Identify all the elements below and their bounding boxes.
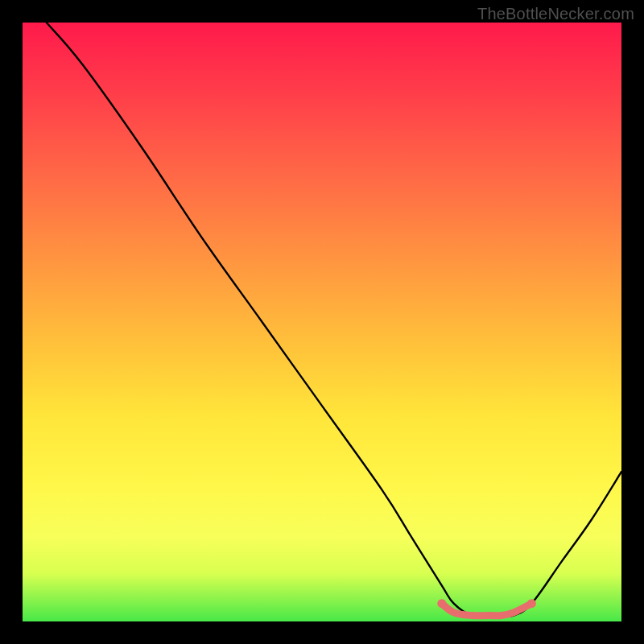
flat-endpoint-dot: [437, 599, 446, 608]
chart-stage: TheBottleNecker.com: [0, 0, 644, 644]
flat-region-highlight: [442, 604, 532, 616]
curve-layer: [23, 23, 621, 621]
flat-region-dots: [437, 599, 536, 608]
bottleneck-curve: [47, 23, 621, 617]
flat-endpoint-dot: [527, 599, 536, 608]
watermark-text: TheBottleNecker.com: [477, 5, 634, 23]
plot-area: [23, 23, 621, 621]
